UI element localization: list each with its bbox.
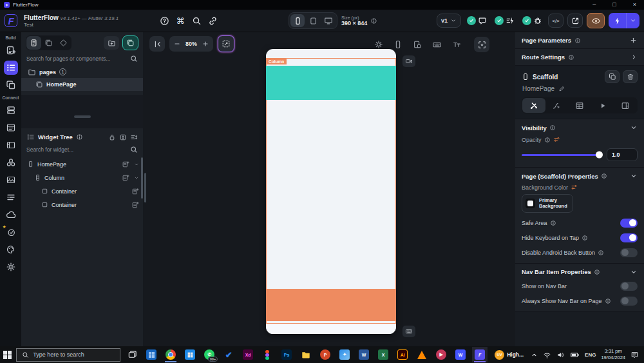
info-icon[interactable]	[76, 133, 83, 141]
add-page-button[interactable]	[122, 35, 138, 50]
tab-responsive[interactable]	[614, 98, 637, 113]
info-icon[interactable]	[605, 298, 611, 304]
command-palette-button[interactable]: ⌘	[175, 15, 186, 26]
add-widget-icon[interactable]	[122, 174, 129, 182]
canvas-scrollbar[interactable]	[144, 173, 146, 202]
window-minimize-button[interactable]: –	[592, 0, 596, 10]
action-center-icon[interactable]	[630, 351, 639, 359]
device-camera-button[interactable]	[402, 55, 415, 67]
theme-brightness-toggle[interactable]	[374, 40, 383, 49]
rail-item-api[interactable]	[4, 121, 18, 135]
pages-search-input[interactable]	[26, 55, 128, 62]
taskbar-app-flutterflow[interactable]: F	[472, 347, 488, 362]
info-icon[interactable]	[601, 173, 607, 179]
canvas-settings-button[interactable]	[474, 37, 489, 52]
rename-pencil-icon[interactable]	[558, 85, 565, 92]
lock-icon[interactable]	[108, 133, 116, 141]
project-debug-status[interactable]	[520, 16, 544, 25]
collapse-node-icon[interactable]	[134, 175, 139, 181]
language-indicator[interactable]: ENG	[585, 352, 596, 358]
rail-item-integrations[interactable]	[4, 155, 18, 170]
info-icon[interactable]	[549, 124, 556, 131]
taskbar-app-word[interactable]: W	[356, 347, 372, 362]
delete-widget-button[interactable]	[623, 70, 638, 83]
clock[interactable]: 3:31 pm 19/04/2024	[601, 348, 625, 361]
project-issues-status[interactable]	[465, 16, 489, 25]
size-info-icon[interactable]	[370, 17, 377, 25]
window-close-button[interactable]: ×	[633, 0, 636, 10]
page-parameters-row[interactable]: Page Parameters	[515, 32, 644, 49]
text-scale-toggle[interactable]	[452, 40, 461, 49]
device-desktop-button[interactable]	[321, 14, 336, 27]
device-tablet-button[interactable]	[306, 14, 320, 27]
window-maximize-button[interactable]: □	[612, 0, 616, 10]
keyboard-toggle[interactable]	[432, 40, 442, 50]
collapse-section-chevron[interactable]	[630, 124, 638, 132]
opacity-value-input[interactable]	[607, 148, 638, 161]
start-button[interactable]	[3, 348, 12, 362]
device-frame-toggle[interactable]	[393, 40, 402, 49]
rail-item-components[interactable]	[4, 78, 18, 92]
tree-node-container[interactable]: Container	[21, 184, 143, 198]
device-panel-toggle[interactable]	[413, 40, 422, 49]
canvas-select-mode-button[interactable]	[218, 35, 234, 52]
pages-tab-button[interactable]	[26, 36, 41, 50]
container-widget-teal[interactable]	[266, 66, 396, 100]
wifi-icon[interactable]	[543, 351, 551, 359]
collapse-node-icon[interactable]	[134, 162, 139, 167]
rail-item-widget-tree[interactable]	[4, 61, 18, 75]
rail-item-settings[interactable]	[4, 260, 18, 274]
rail-item-theme[interactable]	[4, 242, 18, 257]
info-icon[interactable]	[574, 37, 581, 44]
show-on-navbar-toggle[interactable]	[620, 282, 638, 291]
info-icon[interactable]	[550, 220, 556, 226]
tree-node-column[interactable]: Column	[21, 171, 143, 184]
rail-item-media[interactable]	[4, 173, 18, 187]
view-code-button[interactable]: </>	[548, 14, 564, 28]
taskbar-app-calendar[interactable]	[182, 347, 198, 362]
taskbar-app-figma[interactable]	[260, 347, 275, 362]
safe-area-toggle[interactable]	[620, 219, 638, 228]
taskbar-app-vlc[interactable]	[414, 347, 430, 362]
always-show-navbar-toggle[interactable]	[620, 297, 638, 306]
collapse-panel-button[interactable]	[149, 36, 165, 52]
tree-node-homepage[interactable]: HomePage	[21, 157, 143, 171]
tab-properties[interactable]	[522, 98, 545, 113]
run-button[interactable]	[609, 13, 639, 28]
drag-handle[interactable]	[74, 115, 91, 118]
search-button[interactable]	[191, 15, 202, 26]
collapse-section-chevron[interactable]	[630, 268, 638, 276]
pages-folder-row[interactable]: pages 1	[21, 66, 143, 78]
branch-selector[interactable]: v1	[437, 14, 461, 28]
route-settings-row[interactable]: Route Settings	[515, 49, 644, 66]
add-widget-icon[interactable]	[131, 201, 139, 209]
taskbar-search[interactable]	[16, 348, 120, 362]
taskbar-app-excel[interactable]: X	[375, 347, 391, 362]
widget-search-input[interactable]	[26, 146, 128, 153]
taskbar-app-photoshop[interactable]: Ps	[279, 347, 294, 362]
disable-back-toggle[interactable]	[620, 248, 638, 257]
info-icon[interactable]	[582, 235, 588, 241]
panel-splitter[interactable]	[21, 95, 143, 128]
taskbar-app-photos[interactable]: ✦	[337, 347, 352, 362]
rail-item-tests[interactable]: ★	[4, 225, 18, 239]
conditional-value-icon[interactable]	[553, 136, 560, 143]
taskbar-app-tiles[interactable]	[144, 347, 159, 362]
hide-keyboard-toggle[interactable]	[620, 233, 638, 242]
rail-item-database[interactable]	[4, 103, 18, 117]
tab-animations[interactable]	[591, 98, 614, 113]
device-keyboard-button[interactable]	[402, 326, 415, 337]
taskbar-app-illustrator[interactable]: Ai	[395, 347, 410, 362]
open-in-new-button[interactable]	[567, 14, 583, 28]
rail-item-cloud[interactable]	[4, 208, 18, 222]
taskbar-app-todo[interactable]: ✔	[221, 347, 236, 362]
taskbar-running-app[interactable]: UV High...	[491, 347, 527, 362]
share-link-button[interactable]	[207, 15, 218, 26]
taskbar-app-whatsapp[interactable]: ✆99+	[202, 347, 217, 362]
taskbar-app-powerpoint[interactable]: P	[317, 347, 333, 362]
taskbar-app-chrome[interactable]	[163, 347, 178, 362]
device-phone-button[interactable]	[290, 14, 305, 27]
tab-actions[interactable]	[545, 98, 569, 113]
components-tab-button[interactable]	[41, 36, 56, 50]
add-widget-icon[interactable]	[122, 161, 129, 168]
